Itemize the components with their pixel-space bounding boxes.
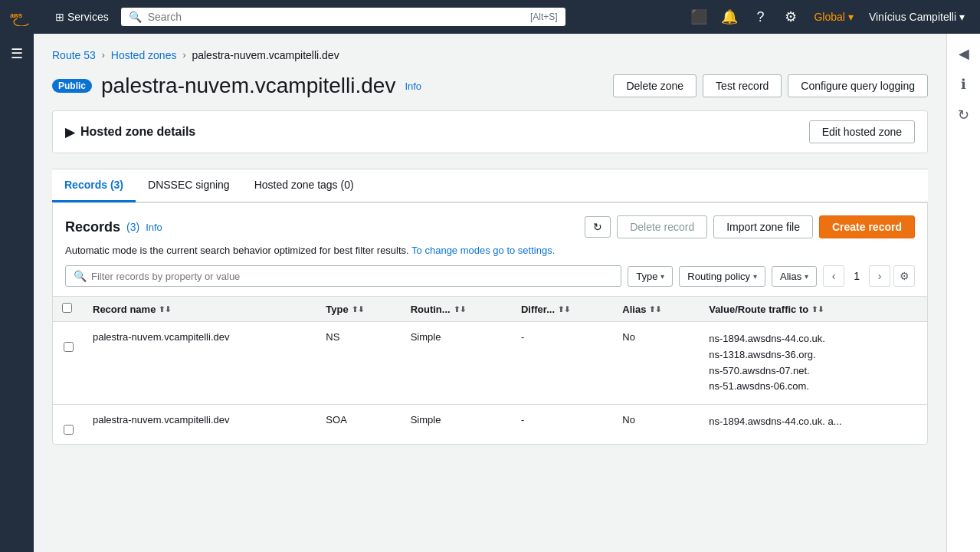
records-table: Record name ⬆⬇ Type ⬆⬇ R (53, 296, 927, 444)
breadcrumb-separator: › (182, 50, 185, 61)
breadcrumb-separator: › (102, 50, 105, 61)
type-header[interactable]: Type ⬆⬇ (316, 297, 401, 322)
value-label: Value/Route traffic to (709, 304, 808, 315)
region-label: Global (814, 11, 844, 23)
tab-dnssec[interactable]: DNSSEC signing (136, 169, 242, 202)
records-tabs-container: Records (3) DNSSEC signing Hosted zone t… (52, 169, 928, 445)
test-record-button[interactable]: Test record (703, 74, 782, 97)
page-number: 1 (847, 270, 866, 282)
filter-input[interactable] (91, 271, 613, 282)
row-routing: Simple (402, 322, 512, 405)
import-zone-button[interactable]: Import zone file (713, 215, 813, 238)
records-title: Records (65, 219, 120, 235)
alias-filter-button[interactable]: Alias ▾ (772, 266, 817, 287)
sort-icon: ⬆⬇ (352, 305, 364, 314)
top-navigation: aws ⊞ Services 🔍 [Alt+S] ⬛ 🔔 ? ⚙ Global … (0, 0, 980, 34)
search-icon: 🔍 (129, 11, 142, 23)
filter-input-wrap[interactable]: 🔍 (65, 265, 621, 287)
delete-record-button[interactable]: Delete record (617, 215, 707, 238)
row-routing: Simple (402, 405, 512, 445)
refresh-panel-button[interactable]: ↻ (950, 101, 978, 129)
help-button[interactable]: ? (746, 3, 774, 31)
next-page-button[interactable]: › (869, 265, 890, 287)
edit-hosted-zone-button[interactable]: Edit hosted zone (809, 120, 915, 143)
table-row: palestra-nuvem.vcampitelli.dev NS Simple… (53, 322, 927, 405)
row-alias: No (613, 405, 700, 445)
header-actions: Delete zone Test record Configure query … (613, 74, 928, 97)
row-checkbox-0[interactable] (64, 342, 74, 352)
type-filter-button[interactable]: Type ▾ (628, 266, 673, 287)
right-sidebar: ◀ ℹ ↻ (946, 34, 980, 552)
chevron-down-icon: ▾ (848, 11, 854, 23)
sort-icon: ⬆⬇ (558, 305, 570, 314)
delete-zone-button[interactable]: Delete zone (613, 74, 696, 97)
routing-policy-filter-button[interactable]: Routing policy ▾ (679, 266, 765, 287)
refresh-button[interactable]: ↻ (585, 216, 611, 238)
chevron-down-icon: ▾ (805, 272, 808, 281)
alias-filter-label: Alias (780, 271, 801, 282)
select-all-header (53, 297, 84, 322)
row-checkbox-1[interactable] (64, 425, 74, 435)
row-record-name: palestra-nuvem.vcampitelli.dev (84, 322, 316, 405)
sort-icon: ⬆⬇ (811, 305, 824, 314)
info-link[interactable]: Info (405, 80, 421, 92)
change-modes-link[interactable]: To change modes go to settings. (411, 245, 555, 256)
records-actions: ↻ Delete record Import zone file Create … (585, 215, 915, 238)
info-panel-button[interactable]: ℹ (950, 71, 978, 98)
row-checkbox-cell (53, 322, 84, 405)
differ-header[interactable]: Differ... ⬆⬇ (512, 297, 613, 322)
sort-icon: ⬆⬇ (159, 305, 171, 314)
tab-hosted-zone-tags[interactable]: Hosted zone tags (0) (242, 169, 366, 202)
row-type: NS (316, 322, 401, 405)
records-info-link[interactable]: Info (146, 222, 162, 233)
row-differ: - (512, 322, 613, 405)
aws-logo[interactable]: aws (9, 8, 37, 26)
services-menu[interactable]: ⊞ Services (49, 8, 115, 26)
auto-mode-text: Automatic mode is the current search beh… (65, 245, 409, 256)
svg-text:aws: aws (10, 12, 22, 19)
hosted-zone-details-panel: ▶ Hosted zone details Edit hosted zone (52, 110, 928, 153)
row-record-name: palestra-nuvem.vcampitelli.dev (84, 405, 316, 445)
page-header: Public palestra-nuvem.vcampitelli.dev In… (52, 74, 928, 98)
details-toggle[interactable]: ▶ Hosted zone details (65, 125, 195, 140)
back-button[interactable]: ◀ (950, 40, 978, 67)
chevron-down-icon: ▾ (753, 272, 757, 281)
value-header[interactable]: Value/Route traffic to ⬆⬇ (700, 297, 927, 322)
configure-query-logging-button[interactable]: Configure query logging (788, 74, 928, 97)
prev-page-button[interactable]: ‹ (823, 265, 844, 287)
settings-button[interactable]: ⚙ (777, 3, 805, 31)
records-count: (3) (126, 221, 139, 233)
notifications-button[interactable]: 🔔 (716, 3, 743, 31)
cloud-shell-button[interactable]: ⬛ (685, 3, 713, 31)
breadcrumb-route53[interactable]: Route 53 (52, 49, 96, 61)
page-title: palestra-nuvem.vcampitelli.dev (101, 74, 395, 98)
select-all-checkbox[interactable] (62, 303, 72, 313)
record-name-label: Record name (93, 304, 156, 315)
region-selector[interactable]: Global ▾ (808, 8, 859, 26)
create-record-button[interactable]: Create record (819, 215, 915, 238)
alias-label: Alias (622, 304, 646, 315)
routing-label: Routin... (411, 304, 451, 315)
chevron-down-icon: ▾ (959, 11, 965, 23)
tab-records[interactable]: Records (3) (52, 169, 136, 202)
record-name-header[interactable]: Record name ⬆⬇ (84, 297, 316, 322)
global-search[interactable]: 🔍 [Alt+S] (121, 8, 565, 26)
search-input[interactable] (148, 11, 524, 23)
routing-policy-filter-label: Routing policy (687, 271, 750, 282)
breadcrumb-hosted-zones[interactable]: Hosted zones (111, 49, 177, 61)
alias-header[interactable]: Alias ⬆⬇ (613, 297, 700, 322)
records-header: Records (3) Info ↻ Delete record Import … (53, 203, 927, 245)
table-settings-button[interactable]: ⚙ (893, 265, 915, 287)
routing-header[interactable]: Routin... ⬆⬇ (402, 297, 512, 322)
user-menu[interactable]: Vinícius Campitelli ▾ (863, 8, 971, 26)
pagination: ‹ 1 › ⚙ (823, 265, 915, 287)
row-value: ns-1894.awsdns-44.co.uk. a... (700, 405, 927, 445)
sort-icon: ⬆⬇ (649, 305, 661, 314)
main-content: Route 53 › Hosted zones › palestra-nuvem… (34, 34, 946, 552)
menu-toggle-button[interactable]: ☰ (3, 40, 31, 67)
breadcrumb-current: palestra-nuvem.vcampitelli.dev (192, 49, 339, 61)
type-filter-label: Type (636, 271, 657, 282)
user-name: Vinícius Campitelli (869, 11, 956, 23)
auto-mode-notice: Automatic mode is the current search beh… (53, 245, 927, 265)
differ-label: Differ... (521, 304, 555, 315)
